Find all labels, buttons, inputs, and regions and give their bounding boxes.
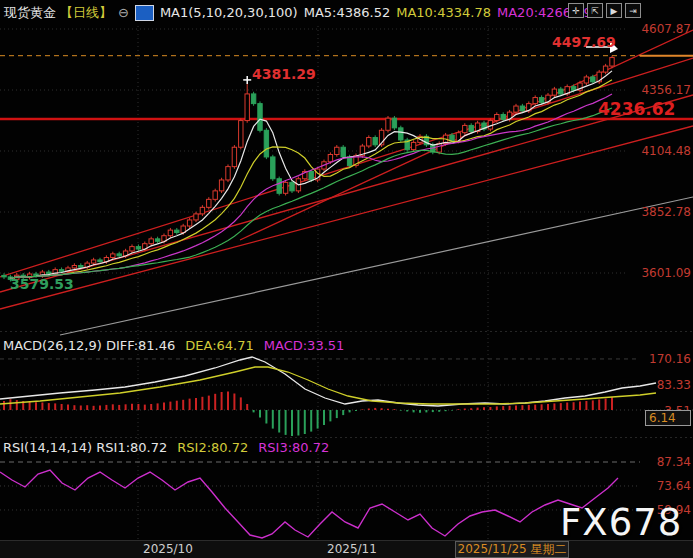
macd-diff-value: DIFF:81.46: [106, 338, 175, 353]
swing-low-annotation: 3579.53: [10, 276, 74, 292]
rsi1-value: RSI1:80.72: [96, 440, 167, 455]
last-high-annotation: 4497.69: [552, 34, 616, 50]
price-axis-label: 4356.17: [641, 84, 691, 96]
chart-app-window: 现货黄金 【日线】 ⊖ MA1(5,10,20,30,100) MA5:4386…: [0, 0, 693, 558]
price-axis-label: 4607.87: [641, 23, 691, 35]
price-axis-label: 3601.09: [641, 267, 691, 279]
chart-canvas[interactable]: [0, 0, 693, 558]
rsi-label: RSI(14,14,14): [3, 440, 92, 455]
rsi-axis-label: 87.34: [657, 456, 691, 468]
price-axis-label: 4104.48: [641, 145, 691, 157]
macd-macd-value: MACD:33.51: [264, 338, 345, 353]
watermark: FX678: [560, 501, 682, 544]
macd-axis-label: 83.33: [657, 379, 691, 391]
rsi3-value: RSI3:80.72: [258, 440, 329, 455]
macd-value-box: 6.14: [645, 410, 691, 426]
swing-high-annotation: 4381.29: [252, 66, 316, 82]
rsi2-value: RSI2:80.72: [177, 440, 248, 455]
rsi-axis-label: 73.64: [657, 480, 691, 492]
macd-pane-header: MACD(26,12,9) DIFF:81.46 DEA:64.71 MACD:…: [3, 338, 344, 353]
macd-dea-value: DEA:64.71: [185, 338, 254, 353]
x-axis-label: 2025/11: [327, 543, 377, 555]
x-axis-label: 2025/10: [143, 543, 193, 555]
rsi-params-and-rsi1: RSI(14,14,14) RSI1:80.72: [3, 440, 167, 455]
rsi-pane-header: RSI(14,14,14) RSI1:80.72 RSI2:80.72 RSI3…: [3, 440, 329, 455]
macd-axis-label: 170.16: [649, 353, 691, 365]
current-date-box: 2025/11/25 星期二: [455, 541, 569, 558]
macd-label: MACD(26,12,9): [3, 338, 102, 353]
macd-params-and-diff: MACD(26,12,9) DIFF:81.46: [3, 338, 175, 353]
horizontal-line-price-label: 4236.62: [598, 99, 675, 119]
price-axis-label: 3852.78: [641, 206, 691, 218]
